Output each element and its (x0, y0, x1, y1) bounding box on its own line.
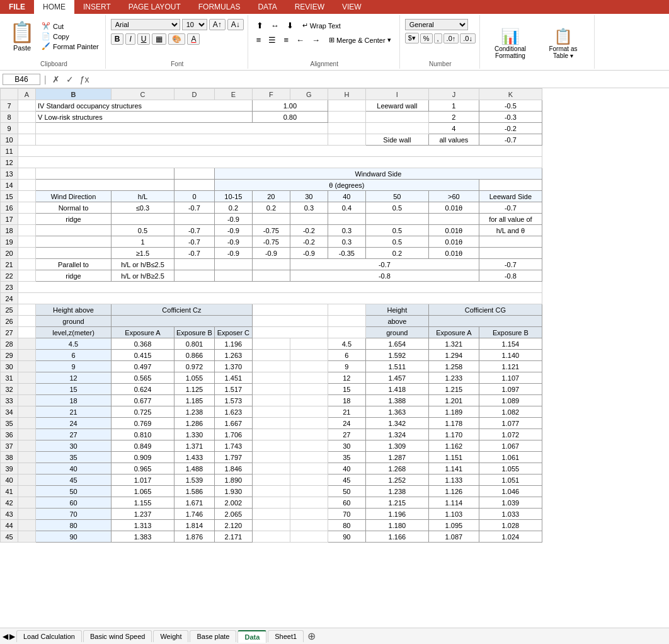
cell-G20[interactable]: -0.9 (290, 248, 328, 259)
cell-E40[interactable]: 1.890 (214, 474, 252, 486)
cell-E20[interactable]: -0.9 (214, 248, 252, 259)
cell-F7[interactable]: 1.00 (252, 100, 328, 112)
cell-B33[interactable]: 18 (36, 395, 112, 406)
tab-sheet1[interactable]: Sheet1 (268, 630, 304, 642)
tab-data[interactable]: Data (237, 630, 266, 643)
cell-B18[interactable] (36, 225, 112, 236)
cell-A43[interactable] (18, 509, 36, 520)
cell-F8[interactable]: 0.80 (252, 112, 328, 123)
cell-B29[interactable]: 6 (36, 350, 112, 361)
cell-C15[interactable]: h/L (112, 191, 174, 202)
cell-I45[interactable]: 1.166 (365, 531, 428, 543)
cell-A31[interactable] (18, 372, 36, 384)
cell-J10[interactable]: all values (428, 134, 479, 146)
cell-G30[interactable] (290, 361, 328, 372)
cell-C17[interactable] (112, 214, 174, 225)
cell-I40[interactable]: 1.252 (365, 474, 428, 486)
cell-I35[interactable]: 1.342 (365, 418, 428, 429)
cell-D16[interactable]: -0.7 (174, 202, 215, 214)
cell-A13[interactable] (18, 168, 36, 180)
cell-B9[interactable] (36, 123, 328, 134)
cell-B7[interactable]: IV Standard occupancy structures (36, 100, 253, 112)
cell-I18[interactable]: 0.5 (365, 225, 428, 236)
cell-K21[interactable]: -0.7 (479, 259, 542, 270)
cell-C42[interactable]: 1.155 (112, 497, 174, 509)
tab-weight[interactable]: Weight (153, 630, 188, 642)
cell-A34[interactable] (18, 406, 36, 418)
number-format-select[interactable]: General (405, 19, 468, 30)
cell-F19[interactable]: -0.75 (252, 236, 290, 248)
row-header-18[interactable]: 18 (1, 225, 18, 236)
cell-H19[interactable]: 0.3 (328, 236, 365, 248)
format-painter-button[interactable]: 🖌️ Format Painter (39, 42, 101, 51)
row-header-9[interactable]: 9 (1, 123, 18, 134)
cell-D37[interactable]: 1.371 (174, 440, 215, 452)
cell-H28[interactable]: 4.5 (328, 338, 365, 350)
cell-A18[interactable] (18, 225, 36, 236)
bold-button[interactable]: B (111, 33, 124, 45)
cell-H35[interactable]: 24 (328, 418, 365, 429)
cell-E34[interactable]: 1.623 (214, 406, 252, 418)
row-header-30[interactable]: 30 (1, 361, 18, 372)
cell-I20[interactable]: 0.2 (365, 248, 428, 259)
cell-J18[interactable]: 0.01θ (428, 225, 479, 236)
cell-K9[interactable]: -0.2 (479, 123, 542, 134)
tab-home[interactable]: HOME (34, 0, 74, 14)
col-header-j[interactable]: J (428, 89, 479, 100)
cell-A35[interactable] (18, 418, 36, 429)
merge-center-button[interactable]: ⊞ Merge & Center▾ (324, 34, 396, 46)
cell-E18[interactable]: -0.9 (214, 225, 252, 236)
row-header-7[interactable]: 7 (1, 100, 18, 112)
cell-J41[interactable]: 1.126 (428, 486, 479, 497)
cell-F32[interactable] (252, 384, 290, 395)
cell-C25[interactable]: Cofficient Cz (112, 304, 253, 316)
paste-button[interactable]: 📋 Paste (6, 19, 38, 53)
col-header-a[interactable]: A (18, 89, 36, 100)
cell-H37[interactable]: 30 (328, 440, 365, 452)
cell-F39[interactable] (252, 463, 290, 474)
cell-I32[interactable]: 1.418 (365, 384, 428, 395)
cell-A45[interactable] (18, 531, 36, 543)
cell-K32[interactable]: 1.097 (479, 384, 542, 395)
cell-K17[interactable]: for all value of (479, 214, 542, 225)
cell-G40[interactable] (290, 474, 328, 486)
cell-I39[interactable]: 1.268 (365, 463, 428, 474)
cell-E33[interactable]: 1.573 (214, 395, 252, 406)
decrease-font-button[interactable]: A↓ (227, 19, 244, 30)
cell-H33[interactable]: 18 (328, 395, 365, 406)
cell-J33[interactable]: 1.201 (428, 395, 479, 406)
cell-F33[interactable] (252, 395, 290, 406)
cell-I8[interactable] (365, 112, 428, 123)
cell-D44[interactable]: 1.814 (174, 520, 215, 531)
cell-C45[interactable]: 1.383 (112, 531, 174, 543)
cell-D36[interactable]: 1.330 (174, 429, 215, 440)
cell-D35[interactable]: 1.286 (174, 418, 215, 429)
cell-D14[interactable] (174, 180, 215, 191)
cell-G45[interactable] (290, 531, 328, 543)
cell-H27[interactable] (328, 327, 365, 338)
cell-J35[interactable]: 1.178 (428, 418, 479, 429)
cell-F15[interactable]: 20 (252, 191, 290, 202)
cell-B39[interactable]: 40 (36, 463, 112, 474)
cell-F25[interactable] (252, 304, 328, 316)
row-header-24[interactable]: 24 (1, 293, 18, 304)
cell-C30[interactable]: 0.497 (112, 361, 174, 372)
tab-page-layout[interactable]: PAGE LAYOUT (120, 0, 190, 14)
cell-I30[interactable]: 1.511 (365, 361, 428, 372)
cell-I42[interactable]: 1.215 (365, 497, 428, 509)
cell-C19[interactable]: 1 (112, 236, 174, 248)
cell-I15[interactable]: 50 (365, 191, 428, 202)
tab-base-plate[interactable]: Base plate (190, 630, 236, 642)
cell-B44[interactable]: 80 (36, 520, 112, 531)
row-header-27[interactable]: 27 (1, 327, 18, 338)
cell-A11[interactable] (18, 146, 542, 157)
cell-I31[interactable]: 1.457 (365, 372, 428, 384)
cell-B31[interactable]: 12 (36, 372, 112, 384)
cell-G37[interactable] (290, 440, 328, 452)
tab-view[interactable]: VIEW (333, 0, 370, 14)
col-header-e[interactable]: E (214, 89, 252, 100)
cell-K35[interactable]: 1.077 (479, 418, 542, 429)
cell-G33[interactable] (290, 395, 328, 406)
cell-A28[interactable] (18, 338, 36, 350)
cell-D40[interactable]: 1.539 (174, 474, 215, 486)
